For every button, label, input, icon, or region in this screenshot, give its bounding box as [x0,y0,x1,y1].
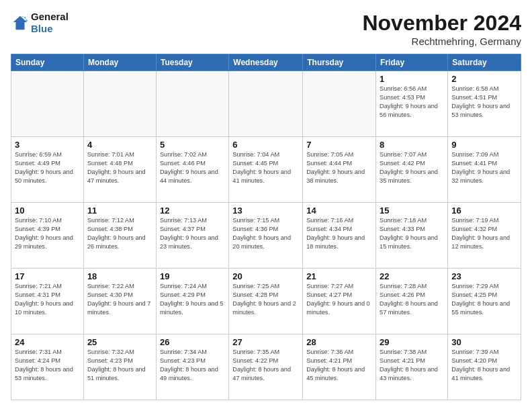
day-number: 11 [87,205,152,216]
day-cell: 16Sunrise: 7:19 AM Sunset: 4:32 PM Dayli… [448,203,521,269]
day-info: Sunrise: 7:36 AM Sunset: 4:21 PM Dayligh… [306,348,372,383]
day-info: Sunrise: 7:01 AM Sunset: 4:48 PM Dayligh… [87,150,152,185]
day-number: 14 [306,205,372,216]
day-cell: 25Sunrise: 7:32 AM Sunset: 4:23 PM Dayli… [83,334,156,400]
weekday-header-monday: Monday [83,54,156,71]
weekday-header-wednesday: Wednesday [229,54,303,71]
day-cell: 23Sunrise: 7:29 AM Sunset: 4:25 PM Dayli… [448,269,521,334]
day-cell: 27Sunrise: 7:35 AM Sunset: 4:22 PM Dayli… [229,334,303,400]
day-cell [303,71,376,137]
day-cell: 15Sunrise: 7:18 AM Sunset: 4:33 PM Dayli… [376,203,448,269]
day-number: 23 [451,271,517,281]
day-info: Sunrise: 7:02 AM Sunset: 4:46 PM Dayligh… [160,150,225,185]
day-number: 15 [380,205,444,216]
calendar-table: SundayMondayTuesdayWednesdayThursdayFrid… [11,54,521,400]
weekday-header-tuesday: Tuesday [156,54,228,71]
week-row-3: 10Sunrise: 7:10 AM Sunset: 4:39 PM Dayli… [11,203,521,269]
day-cell: 14Sunrise: 7:16 AM Sunset: 4:34 PM Dayli… [303,203,376,269]
day-info: Sunrise: 7:21 AM Sunset: 4:31 PM Dayligh… [15,282,80,317]
weekday-header-saturday: Saturday [448,54,521,71]
day-number: 1 [380,74,444,84]
day-info: Sunrise: 7:09 AM Sunset: 4:41 PM Dayligh… [451,150,517,185]
day-info: Sunrise: 7:34 AM Sunset: 4:23 PM Dayligh… [160,348,225,383]
day-info: Sunrise: 7:07 AM Sunset: 4:42 PM Dayligh… [380,150,444,185]
day-info: Sunrise: 6:59 AM Sunset: 4:49 PM Dayligh… [15,150,80,185]
day-cell: 12Sunrise: 7:13 AM Sunset: 4:37 PM Dayli… [156,203,228,269]
calendar: SundayMondayTuesdayWednesdayThursdayFrid… [11,54,521,400]
day-cell: 13Sunrise: 7:15 AM Sunset: 4:36 PM Dayli… [229,203,303,269]
day-info: Sunrise: 7:15 AM Sunset: 4:36 PM Dayligh… [232,216,299,251]
day-cell: 3Sunrise: 6:59 AM Sunset: 4:49 PM Daylig… [11,137,84,203]
day-number: 5 [160,140,225,150]
day-cell: 4Sunrise: 7:01 AM Sunset: 4:48 PM Daylig… [83,137,156,203]
day-number: 19 [160,271,225,281]
week-row-1: 1Sunrise: 6:56 AM Sunset: 4:53 PM Daylig… [11,71,521,137]
day-number: 24 [15,337,80,347]
weekday-header-thursday: Thursday [303,54,376,71]
day-cell: 29Sunrise: 7:38 AM Sunset: 4:21 PM Dayli… [376,334,448,400]
day-info: Sunrise: 7:38 AM Sunset: 4:21 PM Dayligh… [380,348,444,383]
weekday-header-friday: Friday [376,54,448,71]
day-number: 22 [380,271,444,281]
day-info: Sunrise: 7:35 AM Sunset: 4:22 PM Dayligh… [232,348,299,383]
day-cell: 30Sunrise: 7:39 AM Sunset: 4:20 PM Dayli… [448,334,521,400]
logo-general: General [31,11,69,22]
weekday-header-row: SundayMondayTuesdayWednesdayThursdayFrid… [11,54,521,71]
header: General Blue November 2024 Rechtmehring,… [11,11,521,47]
day-info: Sunrise: 7:24 AM Sunset: 4:29 PM Dayligh… [160,282,225,317]
day-number: 2 [451,74,517,84]
day-cell: 26Sunrise: 7:34 AM Sunset: 4:23 PM Dayli… [156,334,228,400]
month-title: November 2024 [362,11,521,36]
logo: General Blue [11,11,69,35]
day-number: 10 [15,205,80,216]
day-info: Sunrise: 7:29 AM Sunset: 4:25 PM Dayligh… [451,282,517,317]
day-number: 18 [87,271,152,281]
logo-icon [11,13,30,32]
day-number: 4 [87,140,152,150]
day-cell: 19Sunrise: 7:24 AM Sunset: 4:29 PM Dayli… [156,269,228,334]
day-info: Sunrise: 7:12 AM Sunset: 4:38 PM Dayligh… [87,216,152,251]
day-cell: 2Sunrise: 6:58 AM Sunset: 4:51 PM Daylig… [448,71,521,137]
day-number: 9 [451,140,517,150]
day-info: Sunrise: 7:04 AM Sunset: 4:45 PM Dayligh… [232,150,299,185]
day-info: Sunrise: 7:22 AM Sunset: 4:30 PM Dayligh… [87,282,152,317]
day-info: Sunrise: 7:25 AM Sunset: 4:28 PM Dayligh… [232,282,299,317]
page: General Blue November 2024 Rechtmehring,… [0,0,532,411]
day-cell: 21Sunrise: 7:27 AM Sunset: 4:27 PM Dayli… [303,269,376,334]
day-number: 27 [232,337,299,347]
day-info: Sunrise: 7:05 AM Sunset: 4:44 PM Dayligh… [306,150,372,185]
day-cell: 1Sunrise: 6:56 AM Sunset: 4:53 PM Daylig… [376,71,448,137]
day-cell [83,71,156,137]
title-section: November 2024 Rechtmehring, Germany [362,11,521,47]
day-info: Sunrise: 7:13 AM Sunset: 4:37 PM Dayligh… [160,216,225,251]
week-row-2: 3Sunrise: 6:59 AM Sunset: 4:49 PM Daylig… [11,137,521,203]
day-cell: 9Sunrise: 7:09 AM Sunset: 4:41 PM Daylig… [448,137,521,203]
week-row-4: 17Sunrise: 7:21 AM Sunset: 4:31 PM Dayli… [11,269,521,334]
day-cell [229,71,303,137]
day-number: 29 [380,337,444,347]
location: Rechtmehring, Germany [362,36,521,47]
day-cell [11,71,84,137]
day-info: Sunrise: 7:16 AM Sunset: 4:34 PM Dayligh… [306,216,372,251]
logo-blue: Blue [31,23,53,34]
day-cell: 20Sunrise: 7:25 AM Sunset: 4:28 PM Dayli… [229,269,303,334]
day-number: 12 [160,205,225,216]
day-number: 16 [451,205,517,216]
day-number: 13 [232,205,299,216]
day-number: 20 [232,271,299,281]
day-info: Sunrise: 7:18 AM Sunset: 4:33 PM Dayligh… [380,216,444,251]
day-number: 8 [380,140,444,150]
day-cell: 18Sunrise: 7:22 AM Sunset: 4:30 PM Dayli… [83,269,156,334]
day-number: 21 [306,271,372,281]
day-number: 28 [306,337,372,347]
week-row-5: 24Sunrise: 7:31 AM Sunset: 4:24 PM Dayli… [11,334,521,400]
day-cell: 11Sunrise: 7:12 AM Sunset: 4:38 PM Dayli… [83,203,156,269]
day-cell [156,71,228,137]
day-number: 17 [15,271,80,281]
day-info: Sunrise: 7:10 AM Sunset: 4:39 PM Dayligh… [15,216,80,251]
day-info: Sunrise: 6:58 AM Sunset: 4:51 PM Dayligh… [451,85,517,120]
day-info: Sunrise: 6:56 AM Sunset: 4:53 PM Dayligh… [380,85,444,120]
day-cell: 28Sunrise: 7:36 AM Sunset: 4:21 PM Dayli… [303,334,376,400]
day-cell: 6Sunrise: 7:04 AM Sunset: 4:45 PM Daylig… [229,137,303,203]
day-info: Sunrise: 7:28 AM Sunset: 4:26 PM Dayligh… [380,282,444,317]
